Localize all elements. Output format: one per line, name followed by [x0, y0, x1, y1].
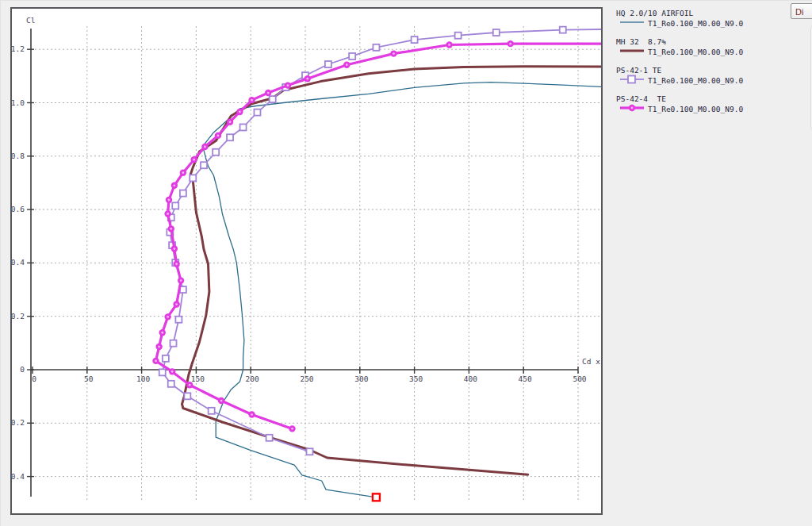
marker-circle-center [168, 199, 170, 202]
curves [152, 27, 601, 501]
marker-circle-center [204, 146, 206, 148]
marker-square [213, 149, 219, 155]
marker-square [163, 355, 169, 362]
marker-square [412, 36, 418, 43]
legend-item: PS-42-1 TET1_Re0.100_M0.00_N9.0 [613, 64, 808, 91]
legend-series-analysis-label: T1_Re0.100_M0.00_N9.0 [648, 76, 743, 85]
marker-circle-center [189, 384, 191, 386]
y-tick-label: 0 [20, 365, 25, 374]
y-axis-title: Cl [26, 16, 35, 25]
polar-plot-area[interactable]: 1.21.00.80.60.40.20-0.2-0.40501001502002… [10, 7, 603, 515]
display-button[interactable]: Di [791, 3, 812, 19]
grid [31, 26, 599, 502]
marker-circle-center [161, 332, 163, 334]
legend-series-name: HQ 2.0/10 AIRFOIL [616, 9, 693, 17]
marker-square [190, 175, 196, 181]
x-tick-label: 300 [354, 374, 368, 383]
legend-item: MH 32 8.7%T1_Re0.100_M0.00_N9.0 [613, 36, 808, 63]
marker-square [373, 44, 379, 51]
x-tick-label: 250 [300, 374, 313, 383]
marker-square [180, 190, 186, 197]
y-tick-label: 0.6 [12, 205, 25, 213]
polar-chart: 1.21.00.80.60.40.20-0.2-0.40501001502002… [12, 9, 601, 513]
legend-line-sample [619, 17, 645, 27]
legend-item: PS-42-4 TET1_Re0.100_M0.00_N9.0 [613, 93, 808, 120]
y-tick-label: 0.2 [12, 312, 25, 321]
marker-circle-center [173, 248, 175, 250]
marker-square [172, 202, 178, 209]
marker-circle-center [217, 134, 220, 136]
x-tick-label: 150 [191, 374, 205, 383]
highlight-point-marker [373, 493, 380, 501]
legend-item: HQ 2.0/10 AIRFOILT1_Re0.100_M0.00_N9.0 [613, 7, 808, 34]
marker-circle-center [393, 52, 395, 55]
marker-circle-center [180, 279, 182, 282]
legend-series-name: PS-42-4 TE [616, 94, 666, 103]
marker-square [209, 408, 215, 414]
legend-series-analysis-label: T1_Re0.100_M0.00_N9.0 [648, 19, 743, 28]
marker-square [493, 29, 500, 36]
marker-square [307, 448, 313, 455]
legend-series-name: PS-42-1 TE [616, 66, 661, 75]
legend-line-sample [619, 103, 645, 113]
marker-circle-center [346, 63, 348, 66]
legend-series-analysis-label: T1_Re0.100_M0.00_N9.0 [648, 48, 743, 56]
x-tick-label: 350 [409, 374, 423, 383]
legend-series-name: MH 32 8.7% [616, 37, 666, 46]
marker-circle-center [267, 92, 270, 94]
marker-circle-center [175, 263, 178, 265]
marker-square [175, 317, 182, 323]
marker-square [254, 109, 260, 116]
y-tick-label: 0.4 [12, 258, 25, 267]
x-tick-label: 0 [32, 374, 36, 383]
marker-circle-center [287, 84, 289, 86]
y-tick-label: -0.2 [12, 418, 25, 427]
marker-circle-center [171, 371, 174, 373]
marker-circle-center [251, 413, 253, 416]
marker-circle-center [167, 213, 169, 215]
y-tick-label: 1.0 [12, 98, 25, 107]
marker-square [227, 134, 233, 140]
marker-circle-center [306, 78, 308, 80]
marker-square [266, 435, 273, 441]
marker-circle-center [158, 346, 160, 348]
marker-circle-center [291, 428, 293, 430]
marker-square [201, 162, 207, 168]
marker-circle-center [170, 228, 172, 230]
marker-square [184, 393, 190, 399]
marker-circle-center [251, 99, 253, 102]
marker-circle-center [175, 303, 178, 305]
marker-square [270, 96, 276, 102]
axes: 1.21.00.80.60.40.20-0.2-0.40501001502002… [12, 16, 600, 497]
x-tick-label: 100 [136, 374, 150, 383]
marker-circle-center [155, 359, 157, 362]
legend-panel: HQ 2.0/10 AIRFOILT1_Re0.100_M0.00_N9.0MH… [610, 1, 808, 239]
marker-square [159, 369, 166, 375]
marker-circle-center [193, 159, 195, 161]
legend-line-sample [619, 46, 645, 56]
marker-circle-center [509, 43, 511, 45]
legend-series-analysis-label: T1_Re0.100_M0.00_N9.0 [648, 105, 743, 113]
x-axis-title: Cd x [582, 357, 600, 366]
application-window: { "toolbar": { "display_button_label": "… [0, 0, 812, 526]
marker-square [349, 53, 355, 60]
marker-square [170, 340, 177, 347]
x-tick-label: 50 [84, 374, 94, 383]
marker-circle-center [182, 171, 184, 174]
y-tick-label: 0.8 [12, 152, 25, 160]
marker-square [325, 61, 331, 67]
marker-square [560, 27, 566, 33]
x-tick-label: 400 [464, 374, 477, 383]
marker-circle-center [220, 400, 223, 402]
x-tick-label: 450 [519, 374, 532, 383]
marker-circle-center [239, 111, 241, 113]
marker-square [168, 381, 174, 387]
y-tick-label: -0.4 [12, 472, 25, 481]
curve-ps-42-1-te [163, 29, 601, 451]
marker-circle-center [173, 184, 175, 186]
marker-circle-center [448, 44, 450, 46]
legend-line-sample [619, 75, 645, 84]
marker-square [455, 33, 462, 39]
x-tick-label: 200 [246, 374, 259, 383]
marker-circle-center [229, 121, 232, 123]
